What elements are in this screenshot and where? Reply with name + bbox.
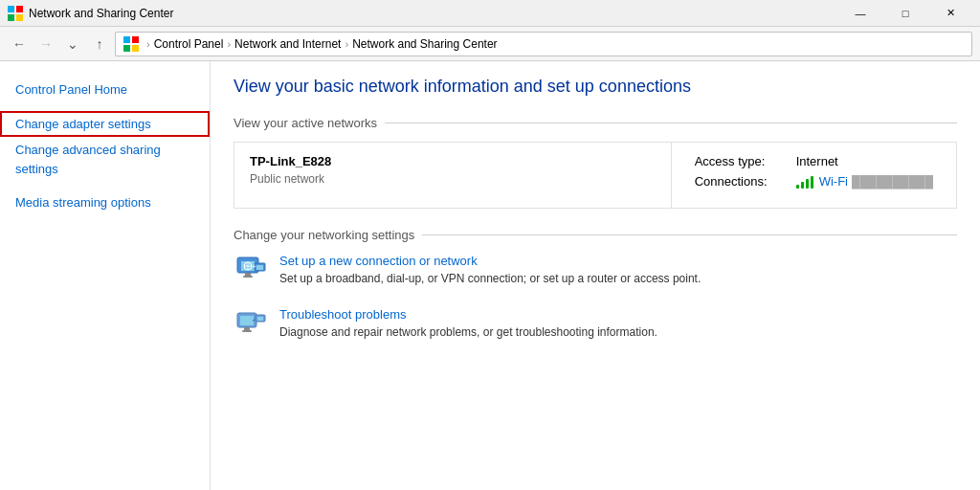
network-left: TP-Link_E828 Public network [234, 143, 672, 208]
svg-rect-2 [8, 14, 14, 21]
svg-rect-0 [8, 6, 14, 12]
networking-section: Change your networking settings [234, 228, 957, 342]
network-name: TP-Link_E828 [250, 154, 656, 168]
svg-rect-7 [132, 45, 139, 52]
wifi-bar-3 [806, 179, 809, 189]
svg-rect-20 [244, 327, 250, 330]
active-network-box: TP-Link_E828 Public network Access type:… [234, 142, 957, 209]
svg-rect-13 [245, 273, 251, 276]
sidebar-item-media-streaming[interactable]: Media streaming options [0, 189, 210, 216]
setup-connection-link[interactable]: Set up a new connection or network [279, 254, 957, 268]
sidebar-item-control-panel-home[interactable]: Control Panel Home [0, 77, 210, 103]
access-type-label: Access type: [695, 154, 781, 168]
breadcrumb-sep-0: › [146, 38, 150, 50]
breadcrumb-sharing-center[interactable]: Network and Sharing Center [352, 37, 497, 51]
title-bar-icon [8, 6, 23, 21]
change-networking-label: Change your networking settings [234, 228, 957, 242]
svg-rect-14 [243, 276, 253, 278]
minimize-button[interactable]: — [838, 0, 882, 27]
setting-item-setup: + Set up a new connection or network Set… [234, 254, 957, 288]
connections-row: Connections: Wi-Fi ██████████ [695, 174, 933, 189]
svg-rect-23 [257, 317, 263, 321]
setup-connection-icon: + [234, 254, 268, 288]
sidebar: Control Panel Home Change adapter settin… [0, 61, 211, 490]
setup-connection-desc: Set up a broadband, dial-up, or VPN conn… [279, 272, 701, 285]
wifi-bar-4 [811, 176, 813, 189]
wifi-name: Wi-Fi [819, 174, 848, 189]
setting-item-troubleshoot: Troubleshoot problems Diagnose and repai… [234, 307, 957, 342]
content-area: View your basic network information and … [211, 61, 980, 490]
svg-rect-3 [16, 14, 23, 21]
svg-text:+: + [252, 262, 256, 271]
svg-line-24 [253, 320, 256, 321]
access-type-row: Access type: Internet [695, 154, 933, 168]
page-title: View your basic network information and … [234, 77, 957, 100]
svg-rect-6 [123, 45, 130, 52]
sidebar-item-change-adapter[interactable]: Change adapter settings [0, 111, 210, 138]
close-button[interactable]: ✕ [928, 0, 972, 27]
address-bar: ← → ⌄ ↑ › Control Panel › Network and In… [0, 27, 980, 61]
troubleshoot-icon [234, 307, 268, 342]
main-container: Control Panel Home Change adapter settin… [0, 61, 980, 490]
svg-rect-16 [256, 265, 263, 270]
network-type: Public network [250, 172, 656, 186]
breadcrumb-network-internet[interactable]: Network and Internet [234, 37, 341, 51]
wifi-bars-icon [796, 175, 813, 189]
wifi-bar-1 [796, 185, 799, 189]
title-bar-text: Network and Sharing Center [29, 7, 173, 20]
svg-rect-1 [16, 6, 23, 12]
svg-rect-4 [123, 36, 130, 43]
breadcrumb-icon [123, 36, 139, 52]
breadcrumb-sep-1: › [227, 38, 231, 50]
active-networks-label: View your active networks [234, 116, 957, 130]
forward-button[interactable]: → [34, 33, 57, 56]
wifi-link[interactable]: Wi-Fi ██████████ [796, 174, 933, 189]
up-button[interactable]: ↑ [88, 33, 111, 56]
sidebar-item-advanced-sharing[interactable]: Change advanced sharing settings [0, 137, 210, 182]
title-bar: Network and Sharing Center — □ ✕ [0, 0, 980, 27]
troubleshoot-content: Troubleshoot problems Diagnose and repai… [279, 307, 957, 339]
troubleshoot-desc: Diagnose and repair network problems, or… [279, 325, 657, 339]
troubleshoot-link[interactable]: Troubleshoot problems [279, 307, 957, 322]
setup-content: Set up a new connection or network Set u… [279, 254, 957, 285]
title-bar-controls: — □ ✕ [838, 0, 972, 27]
breadcrumb-control-panel[interactable]: Control Panel [154, 37, 224, 51]
svg-rect-5 [132, 36, 139, 43]
access-type-value: Internet [796, 154, 838, 168]
network-right: Access type: Internet Connections: Wi-Fi [672, 143, 956, 208]
connections-label: Connections: [695, 174, 781, 189]
dropdown-button[interactable]: ⌄ [61, 33, 84, 56]
wifi-network-name: ██████████ [852, 175, 933, 189]
maximize-button[interactable]: □ [883, 0, 927, 27]
back-button[interactable]: ← [8, 33, 31, 56]
svg-rect-21 [242, 330, 252, 332]
svg-rect-19 [240, 316, 254, 325]
wifi-bar-2 [801, 182, 804, 189]
breadcrumb: › Control Panel › Network and Internet ›… [115, 32, 972, 56]
breadcrumb-sep-2: › [345, 38, 348, 50]
